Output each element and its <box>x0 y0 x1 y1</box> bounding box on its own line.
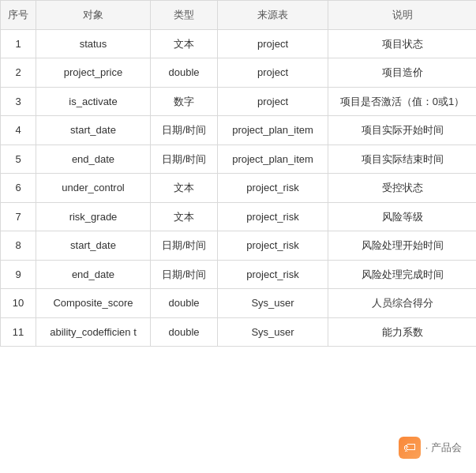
watermark-icon: 🏷 <box>399 437 421 459</box>
table-row: 2project_pricedoubleproject项目造价 <box>1 58 477 88</box>
cell-object: end_date <box>36 145 151 174</box>
table-row: 8start_date日期/时间project_risk风险处理开始时间 <box>1 231 477 261</box>
table-header-row: 序号 对象 类型 来源表 说明 <box>1 1 477 30</box>
cell-object: end_date <box>36 260 151 289</box>
cell-object: status <box>36 29 151 58</box>
header-object: 对象 <box>36 1 151 30</box>
cell-seq: 8 <box>1 231 36 261</box>
cell-seq: 2 <box>1 58 36 88</box>
cell-type: 文本 <box>151 174 218 203</box>
cell-seq: 9 <box>1 260 36 289</box>
cell-object: risk_grade <box>36 202 151 231</box>
table-row: 7risk_grade文本project_risk风险等级 <box>1 202 477 231</box>
cell-type: double <box>151 317 218 347</box>
cell-desc: 项目实际开始时间 <box>328 116 477 145</box>
data-table: 序号 对象 类型 来源表 说明 1status文本project项目状态2pro… <box>0 0 476 347</box>
cell-source: Sys_user <box>218 317 328 347</box>
cell-type: 日期/时间 <box>151 116 218 145</box>
cell-desc: 项目造价 <box>328 58 477 88</box>
cell-object: ability_codefficien t <box>36 317 151 347</box>
cell-desc: 风险处理开始时间 <box>328 231 477 261</box>
header-seq: 序号 <box>1 1 36 30</box>
cell-desc: 项目是否激活（值：0或1） <box>328 87 477 116</box>
cell-object: start_date <box>36 116 151 145</box>
watermark-text: · 产品会 <box>425 441 462 455</box>
table-row: 5end_date日期/时间project_plan_item项目实际结束时间 <box>1 145 477 174</box>
cell-source: project_risk <box>218 260 328 289</box>
cell-seq: 4 <box>1 116 36 145</box>
cell-desc: 人员综合得分 <box>328 289 477 318</box>
table-row: 1status文本project项目状态 <box>1 29 477 58</box>
header-desc: 说明 <box>328 1 477 30</box>
cell-desc: 风险等级 <box>328 202 477 231</box>
cell-object: project_price <box>36 58 151 88</box>
cell-source: project_plan_item <box>218 145 328 174</box>
cell-type: 日期/时间 <box>151 231 218 261</box>
cell-type: 数字 <box>151 87 218 116</box>
cell-seq: 10 <box>1 289 36 318</box>
watermark: 🏷 · 产品会 <box>399 437 462 459</box>
table-row: 11ability_codefficien tdoubleSys_user能力系… <box>1 317 477 347</box>
cell-source: project_plan_item <box>218 116 328 145</box>
header-type: 类型 <box>151 1 218 30</box>
cell-seq: 5 <box>1 145 36 174</box>
cell-seq: 11 <box>1 317 36 347</box>
table-row: 6under_control文本project_risk受控状态 <box>1 174 477 203</box>
cell-type: 日期/时间 <box>151 145 218 174</box>
cell-source: project_risk <box>218 202 328 231</box>
cell-desc: 风险处理完成时间 <box>328 260 477 289</box>
cell-desc: 项目实际结束时间 <box>328 145 477 174</box>
cell-type: 文本 <box>151 29 218 58</box>
cell-desc: 项目状态 <box>328 29 477 58</box>
cell-type: 日期/时间 <box>151 260 218 289</box>
cell-source: project_risk <box>218 231 328 261</box>
cell-seq: 1 <box>1 29 36 58</box>
cell-source: project <box>218 29 328 58</box>
cell-object: under_control <box>36 174 151 203</box>
cell-source: project <box>218 87 328 116</box>
cell-object: start_date <box>36 231 151 261</box>
table-row: 3is_activate数字project项目是否激活（值：0或1） <box>1 87 477 116</box>
header-source: 来源表 <box>218 1 328 30</box>
cell-desc: 受控状态 <box>328 174 477 203</box>
cell-source: project_risk <box>218 174 328 203</box>
cell-type: double <box>151 58 218 88</box>
cell-seq: 6 <box>1 174 36 203</box>
cell-type: 文本 <box>151 202 218 231</box>
cell-seq: 3 <box>1 87 36 116</box>
cell-source: project <box>218 58 328 88</box>
table-row: 10Composite_scoredoubleSys_user人员综合得分 <box>1 289 477 318</box>
cell-object: is_activate <box>36 87 151 116</box>
cell-seq: 7 <box>1 202 36 231</box>
table-row: 4start_date日期/时间project_plan_item项目实际开始时… <box>1 116 477 145</box>
cell-object: Composite_score <box>36 289 151 318</box>
cell-source: Sys_user <box>218 289 328 318</box>
cell-desc: 能力系数 <box>328 317 477 347</box>
table-row: 9end_date日期/时间project_risk风险处理完成时间 <box>1 260 477 289</box>
cell-type: double <box>151 289 218 318</box>
